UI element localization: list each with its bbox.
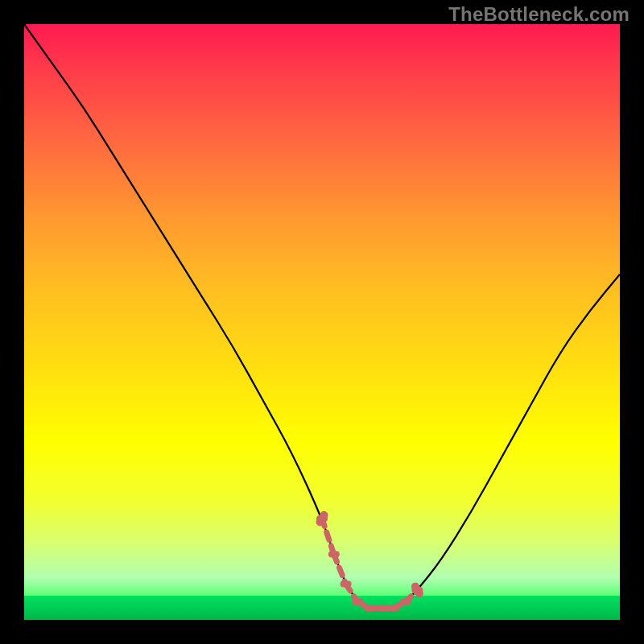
- watermark-text: TheBottleneck.com: [448, 3, 630, 26]
- svg-rect-14: [388, 605, 399, 611]
- svg-rect-12: [364, 605, 375, 611]
- chart-frame: TheBottleneck.com: [0, 0, 644, 644]
- curve-svg: [24, 24, 620, 620]
- svg-rect-13: [376, 605, 387, 611]
- svg-rect-9: [328, 551, 340, 558]
- svg-line-6: [334, 555, 346, 584]
- svg-rect-10: [341, 581, 352, 588]
- svg-rect-11: [352, 599, 363, 605]
- svg-line-7: [322, 518, 334, 554]
- plot-area: [24, 24, 620, 620]
- svg-rect-15: [400, 599, 411, 605]
- optimal-zone-markers: [315, 510, 425, 611]
